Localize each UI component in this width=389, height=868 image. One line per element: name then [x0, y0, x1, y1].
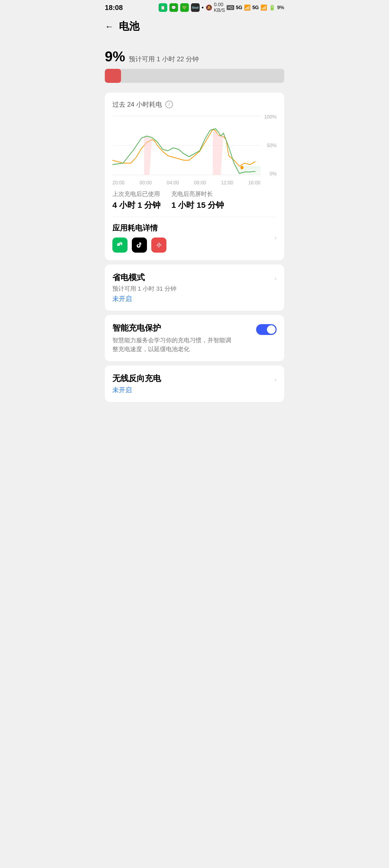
chart-area: 100% 50% 0%	[112, 113, 277, 178]
hd-badge: HD	[227, 5, 234, 10]
stat-screen: 充电后亮屏时长 1 小时 15 分钟	[171, 190, 224, 211]
wireless-charging-chevron[interactable]: ›	[275, 376, 277, 383]
signal-bars-1: 📶	[244, 4, 251, 11]
battery-percent-row: 9% 预计可用 1 小时 22 分钟	[105, 48, 284, 64]
smart-charging-title: 智能充电保护	[112, 322, 237, 334]
divider	[112, 217, 277, 217]
back-button[interactable]: ←	[105, 22, 113, 31]
app-usage-chevron[interactable]: ›	[275, 234, 277, 242]
status-bar: 18:08 📋 💬 💚 Soul 🔕 0.00 KB/S HD 5G 📶 5G …	[97, 0, 292, 15]
battery-chart	[112, 113, 260, 178]
network-speed: 0.00 KB/S	[214, 2, 225, 13]
app-icon-files: 📋	[159, 3, 167, 12]
smart-charging-desc: 智慧能力服务会学习你的充电习惯，并智能调整充电速度，以延缓电池老化	[112, 336, 237, 353]
stat-used: 上次充电后已使用 4 小时 1 分钟	[112, 190, 161, 211]
app-usage-header: 应用耗电详情	[112, 223, 277, 253]
x-label-00: 00:00	[140, 180, 152, 186]
usage-card: 过去 24 小时耗电 i	[105, 93, 284, 260]
battery-percent-section: 9% 预计可用 1 小时 22 分钟	[105, 43, 284, 87]
status-time: 18:08	[105, 3, 123, 12]
toggle-knob	[267, 325, 276, 334]
network-info: 🔕 0.00 KB/S HD 5G 📶 5G 📶 🔋 9%	[205, 2, 284, 13]
stat-screen-label: 充电后亮屏时长	[171, 190, 224, 198]
battery-icon: 🔋	[269, 4, 276, 11]
smart-charging-card: 智能充电保护 智慧能力服务会学习你的充电习惯，并智能调整充电速度，以延缓电池老化	[105, 315, 284, 361]
signal-5g-2: 5G	[252, 5, 259, 10]
power-saving-content: 省电模式 预计可用 1 小时 31 分钟 未开启	[112, 272, 176, 303]
stat-used-label: 上次充电后已使用	[112, 190, 161, 198]
app-icon-xiaohongshu: 小	[151, 238, 166, 253]
main-content: 9% 预计可用 1 小时 22 分钟 过去 24 小时耗电 i	[97, 39, 292, 406]
x-label-16: 16:00	[248, 180, 260, 186]
app-icon-wechat	[112, 238, 128, 253]
stat-row: 上次充电后已使用 4 小时 1 分钟 充电后亮屏时长 1 小时 15 分钟	[112, 190, 277, 211]
status-dot	[202, 7, 203, 8]
stat-screen-value: 1 小时 15 分钟	[171, 200, 224, 211]
y-label-50: 50%	[264, 143, 277, 149]
smart-charging-row: 智能充电保护 智慧能力服务会学习你的充电习惯，并智能调整充电速度，以延缓电池老化	[112, 322, 277, 353]
battery-bar-container	[105, 69, 284, 83]
chart-y-labels: 100% 50% 0%	[264, 113, 277, 178]
info-button[interactable]: i	[165, 101, 173, 108]
app-icons-row: 小	[112, 238, 166, 253]
x-label-20: 20:00	[112, 180, 124, 186]
chart-title-row: 过去 24 小时耗电 i	[112, 100, 277, 109]
y-label-0: 0%	[264, 171, 277, 177]
app-icon-messages: 💬	[169, 3, 178, 12]
svg-point-6	[240, 165, 244, 169]
page-title: 电池	[119, 20, 139, 33]
svg-marker-3	[112, 129, 260, 175]
chart-x-labels: 20:00 00:00 04:00 08:00 12:00 16:00	[112, 180, 277, 186]
battery-bar-fill	[105, 69, 121, 83]
power-saving-card[interactable]: 省电模式 预计可用 1 小时 31 分钟 未开启 ›	[105, 265, 284, 311]
wireless-charging-content: 无线反向充电 未开启	[112, 373, 161, 394]
signal-bars-2: 📶	[260, 4, 267, 11]
smart-charging-toggle[interactable]	[256, 324, 277, 335]
power-saving-status: 未开启	[112, 294, 176, 303]
wireless-charging-row: 无线反向充电 未开启 ›	[112, 373, 277, 394]
wireless-charging-card[interactable]: 无线反向充电 未开启 ›	[105, 366, 284, 402]
mute-icon: 🔕	[205, 4, 212, 11]
x-label-08: 08:00	[194, 180, 206, 186]
svg-marker-4	[144, 136, 152, 175]
svg-marker-5	[213, 129, 223, 175]
wireless-charging-title: 无线反向充电	[112, 373, 161, 384]
battery-main-percent: 9%	[105, 48, 125, 64]
x-label-12: 12:00	[221, 180, 233, 186]
smart-charging-content: 智能充电保护 智慧能力服务会学习你的充电习惯，并智能调整充电速度，以延缓电池老化	[112, 322, 237, 353]
app-icon-tiktok	[132, 238, 147, 253]
y-label-100: 100%	[264, 114, 277, 120]
smart-charging-toggle-container	[256, 324, 277, 335]
header: ← 电池	[97, 15, 292, 39]
wireless-charging-status: 未开启	[112, 386, 161, 394]
app-icon-soul: Soul	[191, 3, 200, 12]
battery-estimate: 预计可用 1 小时 22 分钟	[129, 55, 199, 63]
power-saving-subtitle: 预计可用 1 小时 31 分钟	[112, 285, 176, 293]
power-saving-chevron[interactable]: ›	[275, 275, 277, 282]
chart-title: 过去 24 小时耗电	[112, 100, 162, 109]
signal-5g: 5G	[236, 5, 242, 10]
x-label-04: 04:00	[167, 180, 179, 186]
app-icon-wechat-status: 💚	[180, 3, 189, 12]
power-saving-title: 省电模式	[112, 272, 176, 283]
power-saving-row: 省电模式 预计可用 1 小时 31 分钟 未开启 ›	[112, 272, 277, 303]
app-usage-section: 应用耗电详情	[112, 223, 277, 253]
battery-percent-status: 9%	[277, 5, 284, 10]
status-icons: 📋 💬 💚 Soul 🔕 0.00 KB/S HD 5G 📶 5G 📶 🔋 9%	[159, 2, 284, 13]
app-usage-title: 应用耗电详情	[112, 223, 166, 233]
stat-used-value: 4 小时 1 分钟	[112, 200, 161, 211]
